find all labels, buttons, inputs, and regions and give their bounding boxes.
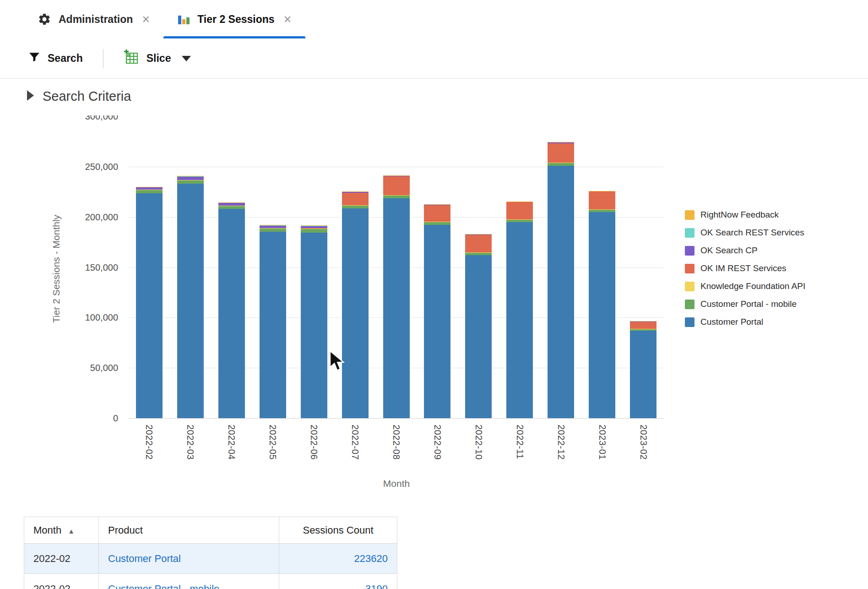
bar-segment[interactable] xyxy=(548,143,574,163)
bar-segment[interactable] xyxy=(177,184,204,418)
bar-segment[interactable] xyxy=(589,212,615,418)
bar-segment[interactable] xyxy=(424,225,450,418)
bar-segment[interactable] xyxy=(177,180,204,184)
bar-segment[interactable] xyxy=(548,142,574,142)
bar-segment[interactable] xyxy=(342,208,369,418)
bar-segment[interactable] xyxy=(218,203,245,206)
bar-segment[interactable] xyxy=(424,204,450,205)
bar-segment[interactable] xyxy=(136,190,163,193)
legend-item[interactable]: RightNow Feedback xyxy=(685,210,805,220)
bar-segment[interactable] xyxy=(506,202,533,202)
bar-segment[interactable] xyxy=(260,225,286,228)
bar-segment[interactable] xyxy=(383,176,410,195)
close-icon[interactable]: × xyxy=(284,13,292,26)
tab-tier2-sessions[interactable]: Tier 2 Sessions × xyxy=(163,0,305,38)
sort-ascending-icon: ▲ xyxy=(68,527,75,535)
x-tick-label: 2023-01 xyxy=(597,425,608,460)
bar-segment[interactable] xyxy=(424,222,450,225)
bar-segment[interactable] xyxy=(383,195,410,198)
bar-segment[interactable] xyxy=(506,219,533,222)
table-row[interactable]: 2022-02Customer Portal - mobile3190 xyxy=(24,574,397,589)
bar-segment[interactable] xyxy=(136,193,163,418)
bar-segment[interactable] xyxy=(383,176,410,177)
table-row[interactable]: 2022-02Customer Portal223620 xyxy=(24,544,397,574)
tab-administration[interactable]: Administration × xyxy=(24,0,163,38)
legend-label: OK Search CP xyxy=(700,245,758,256)
chevron-right-icon xyxy=(25,89,35,104)
legend-item[interactable]: OK IM REST Services xyxy=(685,263,805,273)
bar-segment[interactable] xyxy=(301,233,327,418)
table-header-row: Month▲ Product Sessions Count xyxy=(24,517,397,544)
tab-label: Tier 2 Sessions xyxy=(197,13,274,26)
gridline xyxy=(129,418,664,419)
bar-segment[interactable] xyxy=(506,222,533,418)
bar-segment[interactable] xyxy=(589,191,615,191)
x-tick-label: 2022-10 xyxy=(473,425,484,460)
bar-segment[interactable] xyxy=(630,331,656,418)
product-column-header[interactable]: Product xyxy=(99,517,279,544)
bar-segment[interactable] xyxy=(136,187,163,190)
bar-segment[interactable] xyxy=(548,163,574,166)
bar-segment[interactable] xyxy=(630,329,656,331)
bar-segment[interactable] xyxy=(465,253,492,255)
product-cell: Customer Portal - mobile xyxy=(99,574,279,589)
legend-item[interactable]: Customer Portal - mobile xyxy=(685,299,805,309)
month-cell: 2022-02 xyxy=(24,574,99,589)
month-column-header[interactable]: Month▲ xyxy=(24,517,99,544)
bar-segment[interactable] xyxy=(218,206,245,209)
tab-label: Administration xyxy=(59,13,133,26)
bar-segment[interactable] xyxy=(465,235,492,235)
bar-segment[interactable] xyxy=(260,232,286,418)
search-button[interactable]: Search xyxy=(28,51,83,66)
bar-segment[interactable] xyxy=(589,209,615,212)
bar-segment[interactable] xyxy=(260,229,286,232)
bar-segment[interactable] xyxy=(301,226,327,228)
bar-segment[interactable] xyxy=(177,176,204,177)
bar-segment[interactable] xyxy=(630,322,656,322)
x-tick-label: 2022-04 xyxy=(226,425,237,460)
bar-segment[interactable] xyxy=(342,192,369,193)
bar-segment[interactable] xyxy=(177,176,204,176)
product-link[interactable]: Customer Portal - mobile xyxy=(108,583,219,589)
legend-item[interactable]: Customer Portal xyxy=(685,317,805,327)
results-table-body: 2022-02Customer Portal2236202022-02Custo… xyxy=(24,544,397,589)
x-tick-label: 2022-07 xyxy=(350,425,360,460)
sessions-count-link[interactable]: 223620 xyxy=(354,553,388,564)
tab-bar: Administration × Tier 2 Sessions × xyxy=(0,0,868,38)
gridline xyxy=(129,167,664,167)
y-tick-label: 200,000 xyxy=(59,212,118,223)
product-link[interactable]: Customer Portal xyxy=(108,553,181,564)
bar-segment[interactable] xyxy=(342,193,369,205)
bar-segment[interactable] xyxy=(136,187,163,187)
bar-segment[interactable] xyxy=(301,226,327,226)
bar-segment[interactable] xyxy=(589,191,615,209)
bar-segment[interactable] xyxy=(465,255,492,418)
bar-segment[interactable] xyxy=(301,229,327,233)
legend-item[interactable]: Knowledge Foundation API xyxy=(685,281,805,291)
bar-segment[interactable] xyxy=(465,235,492,252)
legend-item[interactable]: OK Search CP xyxy=(685,245,805,256)
product-cell: Customer Portal xyxy=(99,544,279,574)
bar-segment[interactable] xyxy=(218,202,245,203)
bar-segment[interactable] xyxy=(301,228,327,229)
bar-segment[interactable] xyxy=(177,177,204,180)
results-table: Month▲ Product Sessions Count 2022-02Cus… xyxy=(24,517,397,589)
bar-segment[interactable] xyxy=(548,142,574,143)
close-icon[interactable]: × xyxy=(142,13,150,26)
bar-segment[interactable] xyxy=(383,198,410,418)
search-criteria-toggle[interactable]: Search Criteria xyxy=(25,89,131,104)
bar-segment[interactable] xyxy=(548,166,574,418)
legend-label: Customer Portal - mobile xyxy=(700,299,797,309)
search-criteria-label: Search Criteria xyxy=(43,89,131,104)
sessions-count-column-header[interactable]: Sessions Count xyxy=(279,517,397,544)
bar-segment[interactable] xyxy=(218,209,245,418)
x-tick-label: 2022-11 xyxy=(515,425,525,459)
sessions-count-link[interactable]: 3190 xyxy=(365,583,388,589)
slice-button[interactable]: Slice xyxy=(124,49,191,68)
bar-segment[interactable] xyxy=(630,322,656,328)
bar-segment[interactable] xyxy=(506,202,533,219)
bar-segment[interactable] xyxy=(260,225,286,226)
bar-segment[interactable] xyxy=(342,205,369,208)
bar-segment[interactable] xyxy=(424,205,450,222)
legend-item[interactable]: OK Search REST Services xyxy=(685,228,805,238)
